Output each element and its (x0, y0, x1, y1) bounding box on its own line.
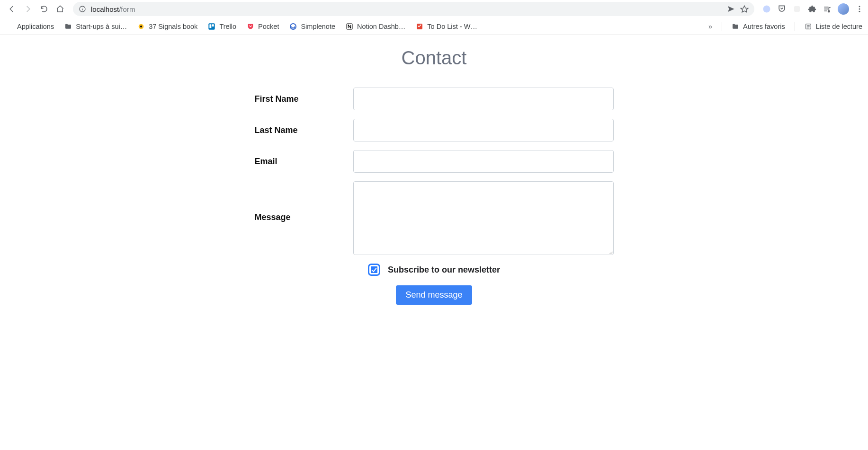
folder-icon (64, 23, 72, 30)
label-email: Email (255, 157, 353, 167)
url-path: /form (119, 5, 135, 13)
svg-point-10 (859, 6, 860, 7)
folder-icon (732, 23, 739, 30)
url-host: localhost (91, 5, 119, 13)
input-first-name[interactable] (353, 88, 614, 110)
svg-point-12 (859, 11, 860, 12)
browser-toolbar: localhost/form (0, 0, 868, 18)
bookmark-star-icon[interactable] (740, 5, 749, 13)
todolist-icon (416, 23, 423, 30)
media-controls-icon[interactable] (823, 4, 832, 14)
address-bar[interactable]: localhost/form (73, 2, 754, 16)
toolbar-right (759, 3, 864, 15)
bookmark-label: Applications (17, 23, 54, 30)
svg-rect-16 (210, 24, 212, 28)
separator (722, 22, 722, 31)
svg-rect-17 (212, 24, 214, 26)
svg-point-11 (859, 9, 860, 10)
bookmark-label: Notion Dashb… (357, 23, 405, 30)
bookmark-todolist[interactable]: To Do List - W… (416, 23, 477, 30)
bookmark-pocket[interactable]: Pocket (247, 23, 279, 30)
profile-avatar[interactable] (838, 3, 849, 15)
bookmark-label: To Do List - W… (427, 23, 477, 30)
send-icon[interactable] (727, 5, 735, 13)
page-title: Contact (0, 47, 868, 69)
bookmark-label: 37 Signals book (149, 23, 197, 30)
submit-button[interactable]: Send message (396, 285, 472, 305)
svg-rect-5 (794, 6, 800, 12)
chrome-menu-icon[interactable] (855, 4, 864, 14)
row-last-name: Last Name (255, 119, 614, 141)
bookmark-other-folder[interactable]: Autres favoris (732, 23, 785, 30)
svg-point-14 (140, 26, 142, 27)
bookmark-trello[interactable]: Trello (208, 23, 236, 30)
bookmark-label: Autres favoris (743, 23, 785, 30)
pocket-icon (247, 23, 254, 30)
bookmarks-overflow-button[interactable]: » (708, 23, 712, 30)
bookmark-label: Pocket (258, 23, 279, 30)
bookmark-simplenote[interactable]: Simplenote (289, 23, 335, 30)
input-email[interactable] (353, 150, 614, 173)
input-message[interactable] (353, 181, 614, 255)
extensions-puzzle-icon[interactable] (807, 4, 817, 14)
nav-back-button[interactable] (4, 1, 20, 17)
checkbox-newsletter[interactable] (368, 264, 380, 276)
trello-icon (208, 23, 215, 30)
page-content: Contact First Name Last Name Email Messa… (0, 35, 868, 305)
svg-point-9 (828, 10, 830, 12)
nav-reload-button[interactable] (36, 1, 52, 17)
row-submit: Send message (255, 285, 614, 305)
extension-firefox-icon[interactable] (762, 4, 771, 14)
row-first-name: First Name (255, 88, 614, 110)
label-first-name: First Name (255, 94, 353, 104)
simplenote-icon (289, 23, 297, 30)
extension-generic-icon[interactable] (792, 4, 802, 14)
bookmark-37signals[interactable]: 37 Signals book (137, 23, 197, 30)
apps-grid-icon (6, 23, 13, 30)
label-last-name: Last Name (255, 125, 353, 135)
bookmark-applications[interactable]: Applications (6, 23, 54, 30)
bookmark-label: Trello (219, 23, 236, 30)
bookmarks-bar: Applications Start-ups à sui… 37 Signals… (0, 18, 868, 35)
reading-list-icon (805, 23, 812, 30)
row-email: Email (255, 150, 614, 173)
site-info-icon[interactable] (79, 5, 86, 13)
bookmark-reading-list[interactable]: Liste de lecture (805, 23, 862, 30)
svg-point-4 (763, 6, 770, 13)
bookmark-label: Start-ups à sui… (76, 23, 127, 30)
label-newsletter: Subscribe to our newsletter (388, 265, 500, 275)
notion-icon (346, 23, 353, 30)
bookmark-label: Simplenote (301, 23, 335, 30)
contact-form: First Name Last Name Email Message Subsc… (255, 88, 614, 305)
bookmark-notion[interactable]: Notion Dashb… (346, 23, 405, 30)
nav-home-button[interactable] (52, 1, 68, 17)
row-newsletter: Subscribe to our newsletter (255, 264, 614, 276)
row-message: Message (255, 181, 614, 255)
svg-marker-3 (741, 6, 748, 12)
pocket-save-icon[interactable] (777, 4, 787, 14)
bookmark-startups-folder[interactable]: Start-ups à sui… (64, 23, 127, 30)
37signals-icon (137, 23, 145, 30)
bookmark-label: Liste de lecture (816, 23, 862, 30)
input-last-name[interactable] (353, 119, 614, 141)
separator (795, 22, 795, 31)
label-message: Message (255, 181, 353, 222)
nav-forward-button[interactable] (20, 1, 36, 17)
